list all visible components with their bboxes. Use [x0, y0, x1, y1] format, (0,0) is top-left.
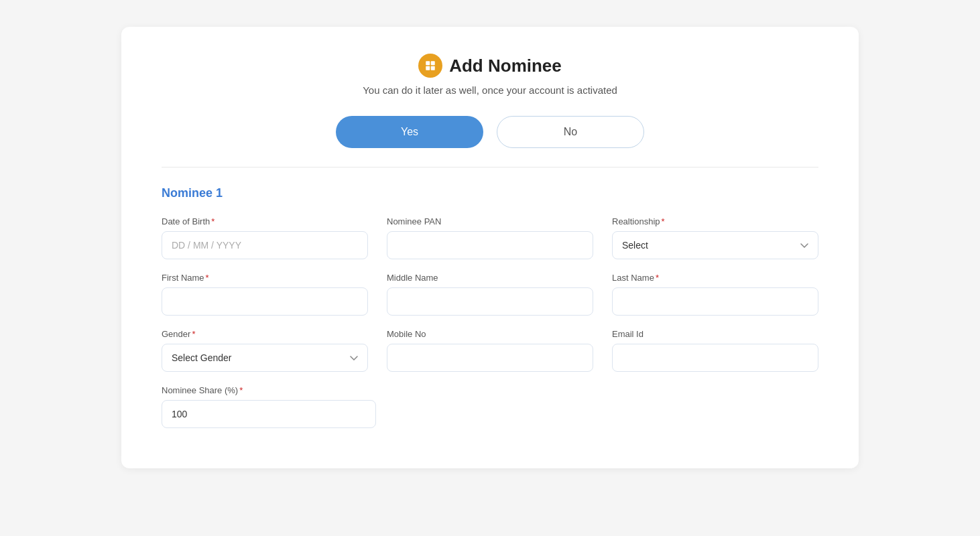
middle-name-input[interactable] [387, 287, 593, 316]
last-name-label: Last Name* [612, 273, 818, 283]
header-title-row: Add Nominee [162, 54, 818, 78]
last-name-input[interactable] [612, 287, 818, 316]
nominee-pan-input[interactable] [387, 231, 593, 259]
required-star-gender: * [192, 329, 195, 339]
date-of-birth-label: Date of Birth* [162, 216, 368, 226]
svg-rect-0 [426, 61, 430, 65]
nominee-pan-group: Nominee PAN [387, 216, 593, 259]
relationship-group: Realtionship* Select Father Mother Spous… [612, 216, 818, 259]
first-name-group: First Name* [162, 273, 368, 316]
header: Add Nominee You can do it later as well,… [162, 54, 818, 96]
nominee-share-group: Nominee Share (%)* [162, 385, 376, 428]
nominee-share-input[interactable] [162, 400, 376, 428]
page-title: Add Nominee [449, 56, 562, 76]
yes-button[interactable]: Yes [336, 116, 483, 148]
svg-rect-3 [431, 66, 435, 70]
email-id-input[interactable] [612, 344, 818, 372]
required-star-fn: * [206, 273, 209, 283]
email-id-group: Email Id [612, 329, 818, 372]
required-star-share: * [239, 385, 243, 395]
nominee-pan-label: Nominee PAN [387, 216, 593, 226]
nominee-section-title: Nominee 1 [162, 186, 818, 200]
relationship-select[interactable]: Select Father Mother Spouse Son Daughter… [612, 231, 818, 259]
form-grid-row1: Date of Birth* Nominee PAN Realtionship*… [162, 216, 818, 372]
no-button[interactable]: No [497, 116, 644, 148]
page-subtitle: You can do it later as well, once your a… [162, 84, 818, 96]
first-name-label: First Name* [162, 273, 368, 283]
choice-buttons: Yes No [162, 116, 818, 148]
relationship-label: Realtionship* [612, 216, 818, 226]
last-name-group: Last Name* [612, 273, 818, 316]
middle-name-label: Middle Name [387, 273, 593, 283]
gender-group: Gender* Select Gender Male Female Other [162, 329, 368, 372]
mobile-no-group: Mobile No [387, 329, 593, 372]
svg-rect-2 [426, 66, 430, 70]
required-star-rel: * [662, 216, 665, 226]
required-star-dob: * [211, 216, 215, 226]
gender-label: Gender* [162, 329, 368, 339]
section-divider [162, 167, 818, 168]
date-of-birth-group: Date of Birth* [162, 216, 368, 259]
mobile-no-input[interactable] [387, 344, 593, 372]
middle-name-group: Middle Name [387, 273, 593, 316]
nominee-share-section: Nominee Share (%)* [162, 385, 818, 428]
svg-rect-1 [431, 61, 435, 65]
email-id-label: Email Id [612, 329, 818, 339]
gender-select[interactable]: Select Gender Male Female Other [162, 344, 368, 372]
required-star-ln: * [656, 273, 659, 283]
mobile-no-label: Mobile No [387, 329, 593, 339]
first-name-input[interactable] [162, 287, 368, 316]
nominee-section: Nominee 1 Date of Birth* Nominee PAN Rea… [162, 186, 818, 428]
nominee-icon [418, 54, 442, 78]
nominee-share-label: Nominee Share (%)* [162, 385, 376, 395]
page-container: Add Nominee You can do it later as well,… [121, 27, 859, 468]
date-of-birth-input[interactable] [162, 231, 368, 259]
